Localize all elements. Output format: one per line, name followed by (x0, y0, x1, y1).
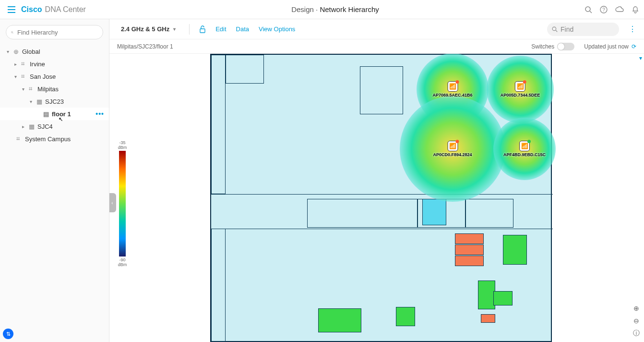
breadcrumb-prefix: Design · (291, 5, 320, 13)
floor-plan[interactable]: 📶AP7069.5AEC.41B6📶AP005D.7344.5DEE📶AP0CD… (210, 54, 552, 342)
assistant-fab[interactable]: ⇅ (3, 329, 13, 339)
access-point[interactable]: 📶AP7069.5AEC.41B6 (432, 81, 472, 98)
ap-label: AP0CD0.F894.2824 (433, 152, 472, 157)
tree-label: San Jose (30, 73, 56, 80)
building-icon: ▦ (36, 98, 43, 105)
map-subbar: Milpitas/SJC23/floor 1 Switches Updated … (109, 39, 644, 54)
hierarchy-sidebar: ▾⊕Global ▸⌗Irvine ▾⌗San Jose ▾⌗Milpitas … (0, 19, 109, 342)
tree-label: Irvine (30, 61, 45, 68)
cloud-icon[interactable] (615, 6, 624, 13)
lock-icon[interactable] (199, 25, 206, 33)
floor-path: Milpitas/SJC23/floor 1 (117, 43, 173, 50)
site-icon: ⌗ (21, 60, 28, 68)
tree-node-floor1[interactable]: ▤floor 1•••↖ (0, 108, 109, 120)
ap-icon: 📶 (519, 141, 530, 151)
svg-text:?: ? (602, 7, 605, 12)
svg-line-1 (590, 11, 592, 13)
globe-icon: ⊕ (13, 48, 20, 55)
svg-line-8 (556, 30, 557, 31)
ap-icon: 📶 (447, 81, 458, 92)
tree-node-irvine[interactable]: ▸⌗Irvine (0, 58, 109, 70)
tree-node-system-campus[interactable]: ⌗System Campus (0, 133, 109, 145)
tree-node-sjc23[interactable]: ▾▦SJC23 (0, 95, 109, 108)
header-actions: ? (584, 6, 639, 13)
hierarchy-search[interactable] (6, 25, 103, 39)
legend-bot-val: -90 (118, 257, 127, 262)
chevron-down-icon: ▾ (173, 26, 176, 32)
edit-link[interactable]: Edit (215, 25, 226, 33)
site-icon: ⌗ (16, 135, 23, 143)
frequency-value: 2.4 GHz & 5 GHz (121, 25, 169, 33)
svg-point-7 (552, 27, 556, 31)
floor-icon: ▤ (43, 110, 50, 118)
switches-toggle: Switches (531, 43, 574, 50)
building-icon: ▦ (29, 123, 36, 130)
access-point[interactable]: 📶AP0CD0.F894.2824 (433, 141, 472, 157)
rssi-legend: -35dBm -90dBm (114, 140, 131, 267)
refresh-status: Updated just now ⟳ (584, 43, 636, 50)
tree-node-global[interactable]: ▾⊕Global (0, 45, 109, 58)
tree-node-sjc4[interactable]: ▸▦SJC4 (0, 120, 109, 133)
legend-top-val: -35 (118, 140, 127, 145)
tree-label: SJC4 (37, 123, 53, 130)
brand[interactable]: Cisco DNA Center (21, 5, 86, 14)
hierarchy-search-input[interactable] (17, 29, 98, 36)
main-panel: 2.4 GHz & 5 GHz▾ Edit Data View Options … (109, 19, 644, 342)
map-toolbar: 2.4 GHz & 5 GHz▾ Edit Data View Options … (109, 19, 644, 39)
access-point[interactable]: 📶AP005D.7344.5DEE (501, 81, 540, 98)
map-find[interactable]: Find (547, 23, 619, 36)
ap-label: AP7069.5AEC.41B6 (432, 93, 472, 98)
bell-icon[interactable] (632, 6, 639, 13)
ap-label: APF4BD.9EBD.C15C (503, 152, 546, 157)
updated-text: Updated just now (584, 43, 629, 50)
switches-label: Switches (531, 43, 554, 50)
app-header: Cisco DNA Center Design · Network Hierar… (0, 0, 644, 19)
ap-label: AP005D.7344.5DEE (501, 93, 540, 98)
refresh-icon[interactable]: ⟳ (632, 43, 636, 50)
search-icon[interactable] (584, 6, 592, 13)
view-options-link[interactable]: View Options (259, 25, 295, 33)
ap-icon: 📶 (515, 81, 525, 92)
svg-point-4 (11, 31, 12, 33)
legend-bot-unit: dBm (118, 262, 127, 267)
map-zoom-tools: ⊕ ⊖ ⓘ (632, 304, 641, 338)
tree-node-milpitas[interactable]: ▾⌗Milpitas (0, 83, 109, 95)
zoom-out-icon[interactable]: ⊖ (632, 316, 641, 326)
tree-label: System Campus (25, 135, 71, 143)
access-point[interactable]: 📶APF4BD.9EBD.C15C (503, 141, 546, 157)
data-link[interactable]: Data (236, 25, 249, 33)
tree-label: Global (22, 48, 40, 55)
breadcrumb-page: Network Hierarchy (320, 5, 379, 13)
tree-node-sanjose[interactable]: ▾⌗San Jose (0, 70, 109, 83)
svg-point-0 (585, 7, 590, 12)
menu-icon[interactable] (5, 3, 18, 16)
frequency-select[interactable]: 2.4 GHz & 5 GHz▾ (117, 24, 179, 35)
search-icon (11, 29, 13, 36)
search-icon (552, 26, 558, 32)
divider (189, 24, 190, 35)
svg-rect-6 (200, 29, 205, 33)
brand-cisco: Cisco (21, 5, 42, 14)
floor-canvas[interactable]: ‹ -35dBm -90dBm (109, 54, 644, 342)
info-icon[interactable]: ⓘ (632, 329, 641, 338)
hierarchy-tree: ▾⊕Global ▸⌗Irvine ▾⌗San Jose ▾⌗Milpitas … (0, 45, 109, 145)
find-placeholder: Find (561, 25, 573, 33)
site-icon: ⌗ (21, 73, 28, 80)
zoom-in-icon[interactable]: ⊕ (632, 304, 641, 313)
tree-label: SJC23 (45, 98, 64, 105)
legend-top-unit: dBm (118, 145, 127, 150)
help-icon[interactable]: ? (600, 6, 608, 13)
node-actions-icon[interactable]: ••• (95, 110, 104, 118)
more-actions-icon[interactable]: ⋮ (629, 24, 636, 34)
site-icon: ⌗ (29, 85, 36, 93)
brand-dna: DNA Center (45, 5, 86, 14)
tree-label: Milpitas (37, 86, 59, 93)
legend-gradient (119, 151, 126, 256)
breadcrumb: Design · Network Hierarchy (86, 5, 584, 13)
ap-icon: 📶 (447, 141, 458, 151)
switches-toggle-switch[interactable] (557, 43, 574, 50)
svg-line-5 (12, 33, 13, 33)
